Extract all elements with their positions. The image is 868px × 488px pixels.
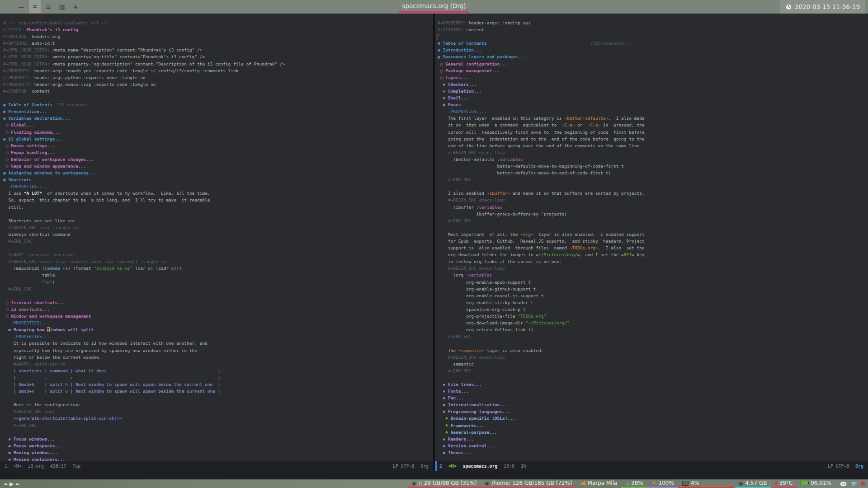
buffer-line[interactable]: :PROPERTIES:... — [438, 108, 868, 115]
buffer-line[interactable] — [3, 211, 433, 217]
buffer-line[interactable] — [438, 374, 868, 381]
buffer-line[interactable]: ✱ Checkers... — [438, 81, 868, 88]
buffer-line[interactable]: ✱ Readers... — [438, 436, 868, 442]
buffer-line[interactable] — [3, 429, 433, 436]
buffer-line[interactable]: ◉ Table of Contents :TOC:noexport:... — [3, 101, 433, 108]
buffer-line[interactable] — [3, 292, 433, 299]
buffer-line[interactable]: #+END_SRC — [438, 333, 868, 340]
buffer-line[interactable]: | $mod+v | split v | Next window to spaw… — [3, 388, 433, 394]
buffer-line[interactable]: #+BEGIN_SRC emacs-lisp — [438, 197, 868, 203]
buffer-line[interactable]: (better-defaults :variables — [438, 156, 868, 163]
buffer-line[interactable]: better-defaults-move-to-end-of-code-firs… — [438, 169, 868, 176]
buffer-line[interactable]: org-return-follows-link t) — [438, 326, 868, 333]
buffer-line[interactable]: #+BEGIN_SRC emacs-lisp :exports none :va… — [3, 258, 433, 265]
buffer-line[interactable]: #+INCLUDE: headers.org — [3, 33, 433, 40]
buffer-line[interactable]: ○ Window and workspace management — [3, 313, 433, 319]
buffer-line[interactable]: (ibuffer :variables — [438, 204, 868, 211]
buffer-line[interactable]: :PROPERTIES:... — [3, 183, 433, 190]
buffer-line[interactable] — [3, 94, 433, 101]
buffer-line[interactable]: ○ Behavior of workspace changes... — [3, 156, 433, 163]
buffer-line[interactable]: |-----------+---------+-----------------… — [3, 374, 433, 381]
buffer-line[interactable]: ✱ Fun... — [438, 394, 868, 401]
buffer-line[interactable]: table — [3, 272, 433, 278]
right-buffer-spacemacs-org[interactable]: #+PROPERTY: header-args: :mkdirp yes#+ST… — [435, 14, 868, 461]
buffer-line[interactable]: ○ General configuration... — [438, 61, 868, 67]
buffer-line[interactable]: #+END_SRC — [3, 422, 433, 429]
buffer-line[interactable]: #+HTML_HEAD_EXTRA: <meta property="og:de… — [3, 61, 433, 67]
buffer-line[interactable]: ♣ Frameworks... — [438, 422, 868, 429]
workspace-button-1[interactable]: — — [15, 0, 27, 14]
buffer-line[interactable]: cursor will respectively first move to t… — [438, 129, 868, 136]
buffer-line[interactable]: #+PROPERTY: header-args:python :exports … — [3, 74, 433, 81]
workspace-button-3[interactable]: ≡ — [42, 0, 54, 14]
buffer-line[interactable]: ♣ General-purpose... — [438, 429, 868, 436]
buffer-line[interactable]: support is also enabled through files na… — [438, 244, 868, 251]
buffer-line[interactable]: still. — [3, 204, 433, 211]
buffer-line[interactable]: ◉ Assigning windows to workspaces... — [3, 169, 433, 176]
buffer-line[interactable]: The ~semantic~ layer is also enabled. — [438, 347, 868, 354]
buffer-line[interactable]: ✱ Focus workspaces... — [3, 442, 433, 449]
workspace-button-2-active[interactable]: = — [29, 0, 41, 14]
buffer-line[interactable]: ◉ Spacemacs layers and packages... — [438, 53, 868, 60]
buffer-line[interactable]: ○ Package management... — [438, 67, 868, 74]
buffer-line[interactable]: It is possible to indicate to i3 how win… — [3, 340, 433, 347]
buffer-line[interactable]: #+STARTUP: content — [438, 26, 868, 33]
disk-home-module[interactable]: ◉ /home: 126 GB/185 GB (72%) — [481, 479, 576, 488]
buffer-line[interactable]: ◉ Presentation... — [3, 108, 433, 115]
buffer-line[interactable]: ○ i3 shortcuts... — [3, 306, 433, 313]
buffer-line[interactable]: I use *A LOT* of shortcuts when it comes… — [3, 190, 433, 197]
buffer-line[interactable]: <<generate-shortcuts(table=split-win-sh)… — [3, 415, 433, 422]
temperature-module[interactable]: 39°C — [771, 479, 797, 488]
left-buffer-i3-org[interactable]: # -*- org-confirm-babel-evaluate: nil -*… — [0, 14, 433, 461]
wifi-network-module[interactable]: Marpa Mila — [576, 479, 622, 488]
buffer-line[interactable]: ○ Popup handling... — [3, 149, 433, 156]
buffer-line[interactable]: ✱ File trees... — [438, 381, 868, 388]
buffer-line[interactable]: ibuffer-group-buffers-by 'projects) — [438, 211, 868, 217]
buffer-line[interactable]: org-enable-epub-support t — [438, 279, 868, 286]
buffer-line[interactable]: #+TITLE: Phundrak's i3 config — [3, 26, 433, 33]
buffer-line[interactable]: ✱ Themes... — [438, 449, 868, 456]
buffer-line[interactable]: right or below the current window. — [3, 354, 433, 361]
buffer-line[interactable] — [3, 244, 433, 251]
buffer-line[interactable]: going past the indentation and to the en… — [438, 136, 868, 142]
buffer-line[interactable]: #+BEGIN_SRC emacs-lisp — [438, 149, 868, 156]
buffer-line[interactable] — [438, 224, 868, 231]
notification-dot-icon[interactable] — [861, 482, 865, 486]
buffer-line[interactable]: it so that when a command equivalent to … — [438, 122, 868, 128]
battery-module[interactable]: 96.01% — [797, 479, 835, 488]
buffer-line[interactable]: | $mod+h | split h | Next window to spaw… — [3, 381, 433, 388]
discord-icon[interactable] — [840, 481, 847, 487]
buffer-line[interactable]: ○ Terminal shortcuts... — [3, 299, 433, 306]
buffer-line[interactable]: for Epub exports, Github, Reveal.JS expo… — [438, 238, 868, 244]
buffer-line[interactable]: spaceline-org-clock-p t — [438, 306, 868, 313]
media-play-button[interactable]: ▶ — [9, 481, 13, 487]
buffer-line[interactable]: ✱ Moving containers... — [3, 456, 433, 461]
buffer-line[interactable]: ◉ Shortcuts — [3, 176, 433, 183]
buffer-line[interactable]: org-enable-github-support t — [438, 286, 868, 292]
buffer-line[interactable]: #+HTML_HEAD_EXTRA: <meta property="og:ti… — [3, 53, 433, 60]
buffer-line[interactable]: end of the line before going over the en… — [438, 142, 868, 149]
buffer-line[interactable]: ✱ Email... — [438, 94, 868, 101]
volume-module[interactable]: ◀ 38% — [621, 479, 647, 488]
buffer-line[interactable]: #+BEGIN_SRC emacs-lisp — [438, 354, 868, 361]
buffer-line[interactable]: ✱ Managing how windows will split — [3, 326, 433, 333]
buffer-line[interactable]: #+BEGIN_SRC emacs-lisp — [438, 265, 868, 272]
buffer-line[interactable]: bindsym shortcut command — [3, 231, 433, 238]
buffer-line[interactable]: #+END_SRC — [438, 367, 868, 374]
buffer-line[interactable]: ◉ Variables declaration... — [3, 115, 433, 122]
buffer-line[interactable]: I also enabled ~ibuffer~ and made it so … — [438, 190, 868, 197]
buffer-line[interactable] — [3, 394, 433, 401]
buffer-line[interactable]: Most important of all, the ~org~ layer i… — [438, 231, 868, 238]
disk-root-module[interactable]: ◉ /: 29 GB/98 GB (31%) — [408, 479, 481, 488]
buffer-line[interactable]: ◉ Introduction... — [438, 47, 868, 53]
buffer-line[interactable]: Shortcuts are set like so: — [3, 217, 433, 224]
buffer-line[interactable]: org-projectile-file "TODOs.org" — [438, 313, 868, 319]
buffer-line[interactable]: So, expect this chapter to be a bit long… — [3, 197, 433, 203]
buffer-line[interactable]: #+HTML_HEAD_EXTRA: <meta name="descripti… — [3, 47, 433, 53]
memory-module[interactable]: ◉ 4.57 GB — [735, 479, 771, 488]
buffer-line[interactable]: ○ Mouse settings... — [3, 142, 433, 149]
buffer-line[interactable]: :PROPERTIES:... — [3, 333, 433, 340]
buffer-line[interactable]: ◉ Table of Contents :TOC:noexport:... — [438, 40, 868, 47]
buffer-line[interactable]: (mapconcat (lambda (x) (format "bindsym … — [3, 265, 433, 272]
buffer-line[interactable]: semantic — [438, 361, 868, 367]
